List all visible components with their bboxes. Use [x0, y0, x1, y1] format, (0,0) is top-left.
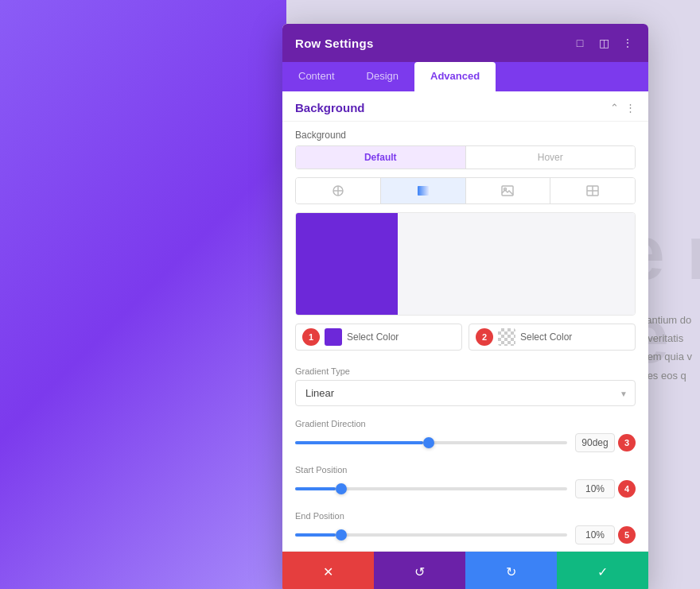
gradient-type-label: Gradient Type	[295, 366, 636, 376]
background-field-label: Background	[282, 122, 648, 145]
badge-5: 5	[618, 526, 636, 544]
gradient-type-btn[interactable]	[381, 178, 466, 203]
more-icon[interactable]: ⋮	[620, 35, 636, 51]
gradient-direction-thumb[interactable]	[423, 437, 434, 448]
start-position-label: Start Position	[295, 465, 636, 475]
end-position-row: End Position 10% 5	[282, 505, 648, 551]
gradient-direction-value-box: 90deg 3	[575, 433, 636, 452]
color-label-2: Select Color	[520, 331, 628, 343]
start-position-value-box: 10% 4	[575, 479, 636, 498]
tab-design[interactable]: Design	[351, 62, 414, 91]
bg-left-panel	[0, 0, 286, 589]
tab-content[interactable]: Content	[282, 62, 351, 91]
modal-title: Row Settings	[295, 37, 374, 50]
badge-1: 1	[302, 328, 320, 346]
gradient-type-select[interactable]: Linear Radial Elliptical Conical	[295, 380, 636, 406]
bg-type-selector	[295, 177, 636, 204]
cancel-button[interactable]: ✕	[282, 552, 374, 589]
end-position-slider-track-container	[295, 533, 567, 537]
reset-button[interactable]: ↺	[374, 552, 465, 589]
start-position-fill	[295, 487, 336, 490]
columns-icon[interactable]: ◫	[596, 35, 612, 51]
background-section-header: Background ⌃ ⋮	[282, 91, 648, 122]
color-pickers-row: 1 Select Color 2 Select Color	[295, 324, 636, 351]
gradient-type-select-wrapper: Linear Radial Elliptical Conical ▼	[295, 380, 636, 406]
end-position-fill	[295, 533, 336, 537]
color-swatch-1[interactable]	[325, 328, 342, 346]
end-position-slider-group: 10% 5	[295, 525, 636, 544]
default-toggle-btn[interactable]: Default	[296, 146, 465, 169]
badge-4: 4	[618, 480, 636, 498]
row-settings-modal: Row Settings □ ◫ ⋮ Content Design Advanc…	[282, 24, 648, 589]
badge-3: 3	[618, 434, 636, 451]
section-title: Background	[295, 101, 365, 114]
end-position-value-box: 10% 5	[575, 525, 636, 544]
color-type-btn[interactable]	[296, 178, 381, 203]
start-position-value: 10%	[575, 479, 615, 498]
image-type-btn[interactable]	[466, 178, 551, 203]
hover-toggle-btn[interactable]: Hover	[465, 146, 636, 169]
color-swatch-2[interactable]	[498, 328, 515, 346]
color-picker-1: 1 Select Color	[295, 324, 462, 351]
modal-footer: ✕ ↺ ↻ ✓	[282, 551, 648, 589]
color-picker-2: 2 Select Color	[469, 324, 636, 351]
modal-content: Background ⌃ ⋮ Background Default Hover	[282, 91, 648, 551]
end-position-thumb[interactable]	[336, 529, 347, 541]
gradient-preview-area	[295, 212, 636, 316]
header-icons: □ ◫ ⋮	[572, 35, 636, 51]
tab-advanced[interactable]: Advanced	[414, 62, 496, 91]
end-position-label: End Position	[295, 511, 636, 521]
modal-tabs: Content Design Advanced	[282, 62, 648, 91]
gradient-direction-fill	[295, 441, 423, 444]
svg-rect-3	[418, 186, 429, 196]
gradient-direction-slider-track-container	[295, 441, 567, 444]
start-position-slider-track-container	[295, 487, 567, 490]
color-label-1: Select Color	[347, 331, 455, 343]
pattern-type-btn[interactable]	[550, 178, 635, 203]
gradient-direction-label: Gradient Direction	[295, 419, 636, 428]
start-position-row: Start Position 10% 4	[282, 459, 648, 505]
gradient-direction-row: Gradient Direction 90deg 3	[282, 413, 648, 459]
section-header-icons: ⌃ ⋮	[610, 102, 636, 114]
save-button[interactable]: ✓	[557, 552, 648, 589]
start-position-thumb[interactable]	[336, 483, 347, 494]
gradient-direction-value: 90deg	[575, 433, 615, 452]
section-more-icon[interactable]: ⋮	[625, 102, 636, 114]
redo-button[interactable]: ↻	[465, 552, 557, 589]
end-position-value: 10%	[575, 525, 615, 544]
start-position-slider-group: 10% 4	[295, 479, 636, 498]
modal-header: Row Settings □ ◫ ⋮	[282, 24, 648, 62]
gradient-direction-slider-group: 90deg 3	[295, 433, 636, 452]
gradient-preview	[296, 213, 635, 315]
badge-2: 2	[476, 328, 493, 346]
gradient-type-field: Gradient Type Linear Radial Elliptical C…	[282, 360, 648, 413]
default-hover-toggle: Default Hover	[295, 145, 636, 169]
copy-icon[interactable]: □	[572, 35, 588, 51]
collapse-icon[interactable]: ⌃	[610, 102, 619, 114]
